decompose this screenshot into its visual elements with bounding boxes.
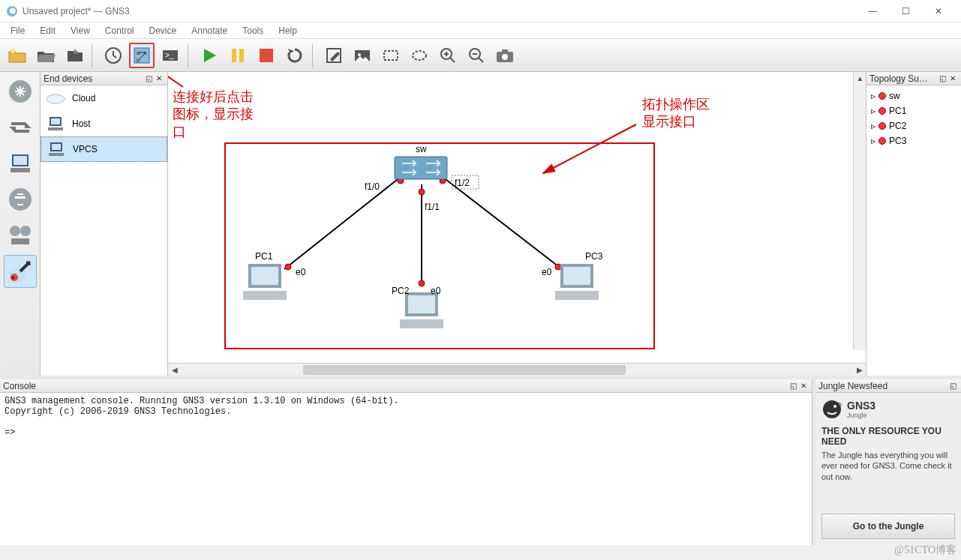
toolbar: acb >_	[0, 39, 961, 72]
menu-help[interactable]: Help	[271, 24, 305, 37]
reload-all-button[interactable]	[282, 43, 308, 68]
zoom-in-button[interactable]	[435, 43, 461, 68]
svg-rect-59	[563, 267, 590, 285]
console-panel-header[interactable]: Console ◱ ✕	[0, 379, 812, 393]
svg-point-46	[419, 189, 425, 195]
newsfeed-panel-title: Jungle Newsfeed	[818, 381, 887, 391]
console-output[interactable]: GNS3 management console. Running GNS3 ve…	[0, 393, 812, 545]
port-label-f10: f1/0	[365, 181, 380, 192]
svg-rect-27	[11, 168, 30, 172]
stop-all-button[interactable]	[254, 43, 279, 68]
svg-point-18	[413, 51, 426, 60]
svg-rect-26	[14, 156, 27, 165]
end-devices-category-button[interactable]	[4, 147, 37, 180]
menu-control[interactable]: Control	[98, 24, 142, 37]
canvas-horizontal-scrollbar[interactable]: ◀▶	[168, 363, 866, 376]
port-label-pc2-e0: e0	[431, 286, 441, 296]
panel-float-icon[interactable]: ◱	[937, 73, 947, 84]
switches-category-button[interactable]	[4, 111, 37, 144]
svg-point-31	[20, 226, 31, 236]
newsfeed-headline: THE ONLY RESOURCE YOU NEED	[821, 426, 955, 447]
svg-point-23	[502, 54, 508, 60]
svg-rect-53	[251, 267, 278, 285]
device-vpcs[interactable]: VPCS	[41, 136, 167, 162]
panel-float-icon[interactable]: ◱	[788, 381, 798, 391]
host-icon	[45, 116, 66, 131]
new-project-button[interactable]	[5, 43, 30, 68]
console-all-button[interactable]: >_	[158, 43, 183, 68]
window-close-button[interactable]: ✕	[922, 1, 955, 21]
status-dot-stopped-icon	[878, 122, 886, 130]
menu-device[interactable]: Device	[142, 24, 185, 37]
node-pc1[interactable]: PC1	[243, 251, 287, 300]
menu-tools[interactable]: Tools	[235, 24, 271, 37]
topology-summary-header[interactable]: Topology Su… ◱ ✕	[866, 72, 961, 85]
routers-category-button[interactable]	[4, 75, 37, 108]
topology-canvas[interactable]: sw PC1 PC2 PC3 f1/0 f1/1 f1/2 e0	[168, 72, 866, 363]
node-pc3[interactable]: PC3	[555, 251, 603, 300]
device-label: Cloud	[72, 93, 95, 103]
svg-rect-32	[11, 238, 29, 244]
device-cloud[interactable]: Cloud	[41, 85, 167, 111]
security-devices-category-button[interactable]	[4, 183, 37, 216]
topology-item-pc3[interactable]: ▹PC3	[868, 133, 959, 148]
svg-point-30	[10, 226, 20, 236]
topology-summary-panel: Topology Su… ◱ ✕ ▹sw ▹PC1 ▹PC2 ▹PC3	[866, 72, 961, 376]
status-dot-stopped-icon	[878, 107, 886, 115]
panel-float-icon[interactable]: ◱	[143, 73, 154, 84]
svg-rect-38	[48, 127, 63, 130]
device-type-bar	[0, 72, 41, 376]
end-devices-list: Cloud Host VPCS	[41, 85, 167, 376]
topology-item-pc1[interactable]: ▹PC1	[868, 103, 959, 118]
expand-icon[interactable]: ▹	[871, 136, 875, 146]
menu-annotate[interactable]: Annotate	[184, 24, 235, 37]
expand-icon[interactable]: ▹	[871, 106, 875, 116]
device-host[interactable]: Host	[41, 111, 167, 136]
panel-close-icon[interactable]: ✕	[947, 73, 958, 84]
menu-view[interactable]: View	[63, 24, 98, 37]
node-pc2-label: PC2	[392, 286, 410, 296]
draw-rectangle-button[interactable]	[378, 43, 404, 68]
topology-item-sw[interactable]: ▹sw	[868, 88, 959, 103]
start-all-button[interactable]	[197, 43, 222, 68]
window-maximize-button[interactable]: ☐	[889, 1, 922, 21]
insert-image-button[interactable]	[350, 43, 375, 68]
window-minimize-button[interactable]: ―	[856, 1, 889, 21]
newsfeed-panel-header[interactable]: Jungle Newsfeed ◱	[815, 379, 961, 393]
node-sw[interactable]: sw	[395, 144, 447, 179]
end-devices-panel: End devices ◱ ✕ Cloud Host VPCS	[41, 72, 168, 376]
menu-edit[interactable]: Edit	[32, 24, 63, 37]
go-to-jungle-button[interactable]: Go to the Jungle	[821, 514, 955, 539]
device-label: Host	[72, 118, 91, 129]
screenshot-button[interactable]	[492, 43, 518, 68]
status-dot-stopped-icon	[878, 137, 886, 145]
topology-item-pc2[interactable]: ▹PC2	[868, 118, 959, 133]
newsfeed-panel: Jungle Newsfeed ◱ GNS3Jungle THE ONLY RE…	[812, 379, 961, 545]
svg-point-35	[47, 94, 65, 103]
svg-rect-40	[52, 144, 61, 150]
topology-summary-title: Topology Su…	[869, 73, 928, 84]
panel-close-icon[interactable]: ✕	[798, 381, 809, 391]
menu-file[interactable]: File	[3, 24, 32, 37]
end-devices-panel-title: End devices	[44, 73, 92, 84]
expand-icon[interactable]: ▹	[871, 91, 875, 101]
pause-all-button[interactable]	[225, 43, 251, 68]
expand-icon[interactable]: ▹	[871, 121, 875, 131]
draw-ellipse-button[interactable]	[407, 43, 432, 68]
panel-float-icon[interactable]: ◱	[947, 381, 958, 391]
all-devices-category-button[interactable]	[4, 219, 37, 252]
zoom-out-button[interactable]	[464, 43, 489, 68]
status-dot-stopped-icon	[878, 92, 886, 100]
add-link-button[interactable]	[4, 255, 37, 288]
annotate-note-button[interactable]	[321, 43, 347, 68]
end-devices-panel-header[interactable]: End devices ◱ ✕	[41, 72, 167, 85]
workspace: ▲ sw	[168, 72, 866, 376]
gns3-jungle-logo: GNS3Jungle	[821, 399, 955, 420]
svg-rect-37	[51, 118, 60, 124]
save-project-button[interactable]	[62, 43, 87, 68]
svg-line-42	[284, 177, 401, 269]
panel-close-icon[interactable]: ✕	[154, 73, 164, 84]
open-project-button[interactable]	[33, 43, 59, 68]
snapshot-button[interactable]	[101, 43, 126, 68]
show-interface-labels-button[interactable]: acb	[129, 43, 155, 68]
